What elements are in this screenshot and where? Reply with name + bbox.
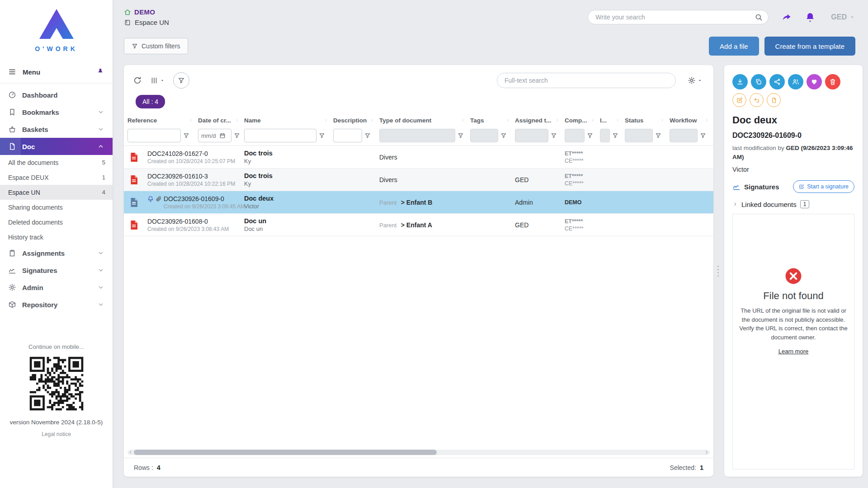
panel-resize-handle[interactable] — [717, 266, 719, 277]
filter-funnel-icon[interactable] — [700, 132, 706, 139]
notifications-bell-icon[interactable] — [805, 12, 816, 23]
filter-tags-input[interactable] — [470, 129, 498, 142]
calendar-icon[interactable] — [219, 132, 226, 139]
learn-more-link[interactable]: Learn more — [778, 348, 808, 355]
assign-users-button[interactable] — [788, 74, 803, 89]
filter-i-input[interactable] — [600, 129, 610, 142]
table-filter-button[interactable] — [173, 72, 189, 89]
scroll-right-arrow[interactable] — [703, 450, 710, 455]
gear-icon — [688, 76, 696, 84]
user-menu[interactable]: GED — [831, 13, 855, 21]
sidebar-item-admin[interactable]: Admin — [0, 279, 113, 296]
sidebar-item-bookmarks[interactable]: Bookmarks — [0, 103, 113, 121]
global-search-input[interactable] — [595, 14, 755, 21]
legal-notice-link[interactable]: Legal notice — [0, 431, 113, 437]
download-button[interactable] — [732, 74, 748, 89]
filter-date-input[interactable] — [201, 132, 218, 139]
filter-type-input[interactable] — [379, 129, 455, 142]
filter-funnel-icon[interactable] — [587, 132, 593, 139]
sidebar-item-history-track[interactable]: History track — [0, 230, 113, 244]
columns-button[interactable] — [150, 76, 165, 84]
share-button[interactable] — [769, 74, 785, 89]
filter-funnel-icon[interactable] — [551, 132, 557, 139]
column-header-workflow[interactable]: Workflow — [666, 117, 710, 124]
filter-funnel-icon[interactable] — [234, 132, 240, 139]
return-button[interactable] — [750, 93, 764, 107]
breadcrumb-space[interactable]: Espace UN — [124, 19, 169, 26]
filter-funnel-icon[interactable] — [612, 132, 618, 139]
chevron-down-icon — [160, 78, 165, 83]
sidebar-item-dashboard[interactable]: Dashboard — [0, 86, 113, 103]
document-reference: DOC230926-01609-0 — [732, 131, 854, 140]
column-header-reference[interactable]: Reference — [124, 117, 194, 124]
sidebar-item-baskets[interactable]: Baskets — [0, 121, 113, 138]
filter-workflow-input[interactable] — [670, 129, 698, 142]
filter-company-input[interactable] — [565, 129, 585, 142]
column-header-type[interactable]: Type of document — [376, 117, 467, 124]
table-row[interactable]: DOC241028-01627-0 Created on 10/28/2024 … — [124, 146, 713, 169]
delete-button[interactable] — [825, 74, 840, 89]
share-forward-icon[interactable] — [781, 12, 792, 23]
sidebar-item-repository[interactable]: Repository — [0, 296, 113, 313]
filter-assigned-input[interactable] — [515, 129, 548, 142]
column-header-tags[interactable]: Tags — [467, 117, 511, 124]
filter-name-input[interactable] — [244, 129, 316, 142]
create-from-template-button[interactable]: Create from a template — [764, 37, 855, 56]
file-version-button[interactable] — [767, 93, 781, 107]
search-icon[interactable] — [755, 13, 763, 21]
column-header-y[interactable]: Y — [710, 117, 713, 124]
file-not-found-title: File not found — [763, 290, 823, 302]
tab-all-documents[interactable]: All : 4 — [136, 95, 165, 108]
basket-icon — [8, 125, 16, 133]
sidebar-item-espace-un[interactable]: Espace UN 4 — [0, 185, 113, 200]
table-row[interactable]: DOC230926-01610-3 Created on 10/28/2024 … — [124, 169, 713, 191]
column-header-status[interactable]: Status — [621, 117, 666, 124]
filter-funnel-icon[interactable] — [364, 132, 371, 139]
refresh-button[interactable] — [133, 76, 142, 85]
scroll-left-arrow[interactable] — [127, 450, 134, 455]
filter-funnel-icon[interactable] — [319, 132, 325, 139]
filter-funnel-icon[interactable] — [655, 132, 661, 139]
table-settings-button[interactable] — [688, 76, 703, 84]
custom-filters-button[interactable]: Custom filters — [124, 38, 188, 54]
filter-reference-input[interactable] — [127, 129, 181, 142]
edit-button[interactable] — [732, 93, 746, 107]
filter-date-field[interactable] — [198, 129, 231, 142]
scrollbar-thumb[interactable] — [134, 450, 437, 455]
start-signature-button[interactable]: Start a signature — [793, 180, 854, 193]
sidebar-item-doc[interactable]: Doc — [0, 138, 113, 155]
filter-funnel-icon[interactable] — [500, 132, 507, 139]
column-header-description[interactable]: Description — [330, 117, 376, 124]
filter-funnel-icon[interactable] — [458, 132, 464, 139]
favorite-button[interactable] — [807, 74, 822, 89]
sidebar-item-all-documents[interactable]: All the documents 5 — [0, 155, 113, 170]
filter-funnel-icon[interactable] — [183, 132, 189, 139]
sidebar-item-signatures[interactable]: Signatures — [0, 262, 113, 279]
sidebar-item-espace-deux[interactable]: Espace DEUX 1 — [0, 170, 113, 185]
sidebar-item-deleted-documents[interactable]: Deleted documents — [0, 215, 113, 230]
horizontal-scrollbar[interactable] — [127, 450, 710, 455]
column-header-i[interactable]: I... — [596, 117, 621, 124]
sidebar-menu-toggle[interactable]: Menu — [0, 62, 113, 81]
linked-documents-toggle[interactable]: Linked documents 1 — [732, 200, 854, 208]
sidebar-item-assignments[interactable]: Assignments — [0, 244, 113, 262]
logo-mountain-icon — [37, 7, 76, 41]
table-row[interactable]: DOC230926-01608-0 Created on 9/26/2023 3… — [124, 214, 713, 236]
column-header-name[interactable]: Name — [241, 117, 330, 124]
column-header-company[interactable]: Comp... — [561, 117, 596, 124]
fulltext-search-input[interactable] — [497, 73, 676, 88]
filter-description-input[interactable] — [333, 129, 362, 142]
gear-icon — [8, 283, 16, 291]
chevron-up-icon — [97, 143, 104, 150]
count-badge: 5 — [102, 159, 105, 166]
duplicate-button[interactable] — [751, 74, 766, 89]
pin-icon[interactable] — [96, 68, 104, 76]
add-file-button[interactable]: Add a file — [709, 37, 759, 56]
column-header-date[interactable]: Date of cr... — [194, 117, 241, 124]
filter-status-input[interactable] — [625, 129, 653, 142]
sidebar-item-sharing-documents[interactable]: Sharing documents — [0, 200, 113, 215]
column-header-assigned[interactable]: Assigned t... — [511, 117, 561, 124]
sidebar: O'WORK Menu Dashboard Bookmarks Baskets … — [0, 0, 113, 488]
breadcrumb-root[interactable]: DEMO — [124, 8, 169, 16]
table-row-selected[interactable]: DOC230926-01609-0 Created on 9/26/2023 3… — [124, 191, 713, 214]
